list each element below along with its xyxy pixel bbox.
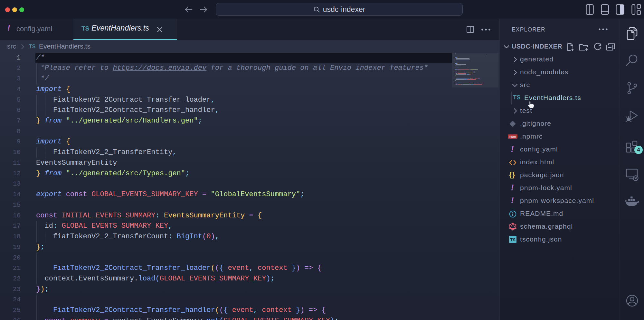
svg-text:TS: TS xyxy=(510,237,516,242)
svg-text:npm: npm xyxy=(509,135,516,138)
